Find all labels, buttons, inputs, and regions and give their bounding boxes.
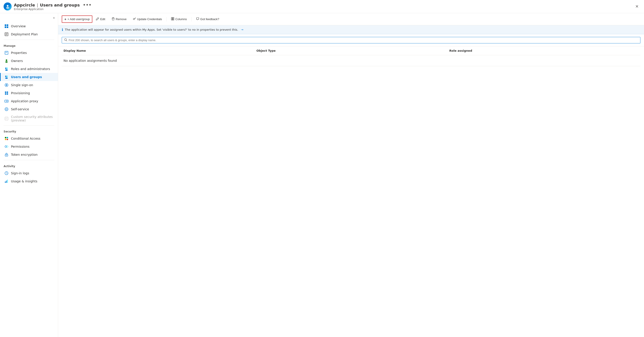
add-icon: + — [64, 17, 66, 21]
sidebar-section-manage: Manage — [0, 41, 58, 49]
permissions-icon — [4, 144, 9, 149]
search-bar — [62, 37, 640, 44]
sidebar-item-users-groups[interactable]: Users and groups — [0, 73, 58, 81]
sidebar-item-label: Properties — [11, 51, 27, 55]
svg-rect-37 — [7, 139, 8, 140]
svg-line-48 — [134, 18, 136, 19]
svg-rect-26 — [7, 93, 8, 95]
search-input[interactable] — [69, 39, 638, 42]
feedback-icon — [196, 17, 199, 21]
sidebar-item-conditional-access[interactable]: Conditional Access — [0, 135, 58, 143]
close-button[interactable]: ✕ — [634, 3, 640, 10]
header-subtitle: Enterprise Application — [14, 8, 92, 11]
sidebar-item-deployment-plan[interactable]: Deployment Plan — [0, 30, 58, 38]
svg-point-17 — [5, 69, 8, 71]
svg-point-20 — [5, 77, 8, 79]
sidebar-item-label: Conditional Access — [11, 137, 40, 140]
info-icon: ℹ — [62, 28, 63, 32]
svg-point-39 — [6, 146, 8, 147]
provisioning-icon — [4, 91, 9, 95]
svg-rect-23 — [5, 92, 6, 93]
sidebar-section-activity: Activity — [0, 162, 58, 169]
add-user-group-button[interactable]: + + Add user/group — [62, 16, 92, 23]
sidebar-item-label: Owners — [11, 59, 23, 63]
svg-rect-5 — [7, 27, 8, 28]
svg-rect-31 — [5, 117, 8, 120]
app-name: Appcircle — [14, 3, 35, 8]
sidebar-item-application-proxy[interactable]: Application proxy — [0, 97, 58, 105]
svg-point-22 — [6, 84, 7, 86]
deployment-icon — [4, 32, 9, 37]
sidebar-item-label: Usage & insights — [11, 179, 37, 183]
sso-icon — [4, 83, 9, 87]
key-icon — [133, 17, 136, 21]
svg-point-30 — [6, 109, 7, 110]
columns-button[interactable]: Columns — [168, 16, 190, 23]
svg-point-53 — [64, 39, 67, 41]
sidebar-item-label: Permissions — [11, 145, 30, 148]
svg-point-41 — [6, 155, 7, 156]
token-icon — [4, 152, 9, 157]
sidebar-item-properties[interactable]: Properties — [0, 49, 58, 57]
users-groups-icon — [4, 75, 9, 79]
column-display-name: Display Name — [62, 48, 255, 53]
sidebar-item-overview[interactable]: Overview — [0, 22, 58, 30]
feedback-button[interactable]: Got feedback? — [194, 16, 222, 23]
sidebar-item-label: Users and groups — [11, 75, 42, 79]
svg-rect-35 — [7, 137, 8, 138]
sidebar-item-label: Application proxy — [11, 99, 38, 103]
main-layout: « Overview Deployment Plan Manage Proper… — [0, 13, 644, 337]
owners-icon — [4, 59, 9, 63]
edit-label: Edit — [100, 18, 105, 21]
svg-point-47 — [133, 18, 134, 20]
sidebar-item-token-encryption[interactable]: Token encryption — [0, 151, 58, 159]
columns-label: Columns — [175, 18, 187, 21]
sidebar-item-label: Roles and administrators — [11, 67, 50, 71]
sidebar-item-roles-administrators[interactable]: Roles and administrators — [0, 65, 58, 73]
sidebar-item-owners[interactable]: Owners — [0, 57, 58, 65]
svg-rect-51 — [172, 18, 173, 20]
svg-rect-50 — [171, 18, 172, 20]
sidebar-item-label: Sign-in logs — [11, 171, 29, 175]
sidebar-item-usage-insights[interactable]: Usage & insights — [0, 177, 58, 185]
svg-rect-43 — [5, 181, 6, 183]
toolbar: + + Add user/group Edit Remove Update C — [58, 13, 644, 25]
appproxy-icon — [4, 99, 9, 103]
remove-button[interactable]: Remove — [109, 16, 129, 23]
header: Appcircle | Users and groups ••• Enterpr… — [0, 0, 644, 13]
svg-line-49 — [135, 18, 136, 18]
selfservice-icon — [4, 107, 9, 111]
collapse-sidebar-button[interactable]: « — [52, 15, 56, 21]
more-options-icon[interactable]: ••• — [83, 2, 92, 8]
sidebar-item-label: Overview — [11, 24, 26, 28]
svg-rect-34 — [5, 137, 6, 138]
svg-rect-44 — [6, 181, 7, 183]
remove-icon — [112, 17, 115, 21]
header-title: Appcircle | Users and groups ••• — [14, 2, 92, 8]
edit-button[interactable]: Edit — [93, 16, 108, 23]
info-bar: ℹ The application will appear for assign… — [58, 25, 644, 34]
info-link[interactable]: → — [241, 28, 243, 31]
remove-label: Remove — [116, 18, 126, 21]
sidebar-item-permissions[interactable]: Permissions — [0, 143, 58, 151]
properties-icon — [4, 51, 9, 55]
sidebar-item-self-service[interactable]: Self-service — [0, 105, 58, 113]
overview-icon — [4, 24, 9, 29]
customsec-icon — [4, 116, 9, 121]
sidebar-item-provisioning[interactable]: Provisioning — [0, 89, 58, 97]
svg-point-0 — [7, 5, 8, 7]
sidebar-item-single-sign-on[interactable]: Single sign-on — [0, 81, 58, 89]
search-icon — [64, 38, 67, 42]
table-empty-message: No application assignments found — [62, 55, 640, 66]
header-left: Appcircle | Users and groups ••• Enterpr… — [4, 2, 92, 11]
svg-rect-36 — [5, 139, 6, 140]
svg-point-29 — [5, 108, 8, 111]
update-credentials-button[interactable]: Update Credentials — [130, 16, 164, 23]
svg-rect-45 — [7, 180, 8, 183]
info-message: The application will appear for assigned… — [65, 28, 238, 31]
sidebar-item-custom-security[interactable]: Custom security attributes (preview) — [0, 113, 58, 124]
column-object-type: Object Type — [255, 48, 448, 53]
sidebar-item-sign-in-logs[interactable]: Sign-in logs — [0, 169, 58, 177]
svg-line-54 — [66, 41, 67, 41]
roles-icon — [4, 67, 9, 71]
